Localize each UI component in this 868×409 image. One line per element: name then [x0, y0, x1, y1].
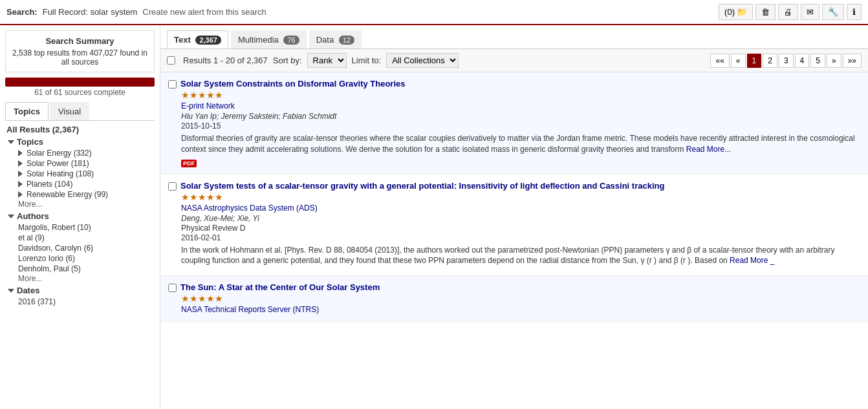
facet-dates-label: Dates — [17, 286, 39, 295]
result-header-2: Solar System tests of a scalar-tensor gr… — [168, 181, 860, 191]
facet-item-solar-power[interactable]: Solar Power (181) — [6, 158, 153, 169]
result-highlight-3: Solar System — [327, 282, 380, 292]
email-button[interactable]: ✉ — [801, 4, 819, 20]
sort-label: Sort by: — [273, 56, 302, 65]
pagination-page-5[interactable]: 5 — [810, 54, 825, 68]
result-checkbox-2[interactable] — [168, 182, 177, 191]
tab-multimedia[interactable]: Multimedia 76 — [231, 30, 307, 48]
facet-header-topics[interactable]: Topics — [6, 137, 153, 147]
result-highlight-1: Solar System — [180, 79, 233, 89]
facet-item-etal[interactable]: et al (9) — [6, 233, 153, 243]
facet-header-dates[interactable]: Dates — [6, 286, 153, 295]
pdf-icon-1[interactable]: PDF — [181, 160, 197, 167]
result-source-2[interactable]: NASA Astrophysics Data System (ADS) — [181, 204, 860, 213]
expand-icon — [18, 191, 23, 198]
sidebar: Search Summary 2,538 top results from 40… — [0, 25, 160, 409]
facet-group-topics: Topics Solar Energy (332) Solar Power (1… — [6, 137, 153, 209]
facet-item-denholm[interactable]: Denholm, Paul (5) — [6, 264, 153, 274]
topics-more-link[interactable]: More... — [6, 200, 153, 209]
folder-button[interactable]: (0) 📁 — [719, 4, 753, 20]
result-title-2: Solar System tests of a scalar-tensor gr… — [180, 181, 664, 191]
facet-item-iorio[interactable]: Lorenzo Iorio (6) — [6, 253, 153, 264]
pagination-page-3[interactable]: 3 — [779, 54, 794, 68]
print-button[interactable]: 🖨 — [778, 4, 798, 20]
result-item-2: Solar System tests of a scalar-tensor gr… — [160, 174, 868, 277]
tools-button[interactable]: 🔧 — [822, 4, 844, 20]
result-title-link-2[interactable]: Solar System tests of a scalar-tensor gr… — [180, 181, 664, 191]
create-alert-link[interactable]: Create new alert from this search — [142, 7, 266, 17]
facet-item-2016[interactable]: 2016 (371) — [6, 297, 153, 307]
results-info: Results 1 - 20 of 2,367 — [183, 56, 268, 65]
facet-item-planets[interactable]: Planets (104) — [6, 179, 153, 189]
select-all-checkbox[interactable] — [167, 56, 175, 65]
facet-item-davidson[interactable]: Davidson, Carolyn (6) — [6, 243, 153, 253]
pagination-last[interactable]: »» — [843, 54, 862, 68]
pagination-first[interactable]: «« — [710, 54, 729, 68]
tab-visual[interactable]: Visual — [50, 102, 89, 120]
result-stars-1: ★★★★★ — [181, 90, 860, 100]
data-tab-badge: 12 — [339, 36, 354, 45]
result-item-1: Solar System Constraints on Disformal Gr… — [160, 72, 868, 174]
result-title-link-1[interactable]: Solar System Constraints on Disformal Gr… — [180, 79, 406, 89]
collapse-topics-icon — [8, 140, 14, 144]
tab-text[interactable]: Text 2,367 — [167, 30, 228, 48]
delete-button[interactable]: 🗑 — [755, 4, 776, 20]
result-title-link-3[interactable]: The Sun: A Star at the Center of Our Sol… — [180, 282, 380, 292]
facet-item-solar-energy[interactable]: Solar Energy (332) — [6, 148, 153, 158]
info-button[interactable]: ℹ — [847, 4, 862, 20]
facet-group-authors: Authors Margolis, Robert (10) et al (9) … — [6, 211, 153, 283]
progress-bar-bg — [5, 78, 155, 87]
search-summary-box: Search Summary 2,538 top results from 40… — [5, 30, 155, 72]
search-summary-desc: 2,538 top results from 407,027 found in … — [11, 48, 149, 67]
pagination-page-2[interactable]: 2 — [763, 54, 777, 68]
expand-icon — [18, 181, 23, 187]
pagination-next[interactable]: » — [827, 54, 841, 68]
pagination-prev[interactable]: « — [731, 54, 746, 68]
search-summary-title: Search Summary — [11, 36, 149, 46]
read-more-link-1[interactable]: Read More... — [686, 145, 731, 154]
folder-icon: 📁 — [737, 7, 747, 17]
facet-item-margolis[interactable]: Margolis, Robert (10) — [6, 222, 153, 233]
main-layout: Search Summary 2,538 top results from 40… — [0, 25, 868, 409]
pagination-page-4[interactable]: 4 — [795, 54, 810, 68]
pagination-page-1[interactable]: 1 — [747, 54, 762, 68]
sidebar-tabs: Topics Visual — [5, 102, 155, 121]
sort-select[interactable]: Rank — [307, 53, 347, 68]
result-abstract-2: In the work of Hohmann et al. [Phys. Rev… — [181, 245, 860, 267]
toolbar: Search: Full Record: solar system Create… — [0, 0, 868, 25]
results-controls: Results 1 - 20 of 2,367 Sort by: Rank Li… — [160, 49, 868, 72]
result-checkbox-3[interactable] — [168, 284, 177, 292]
toolbar-right: (0) 📁 🗑 🖨 ✉ 🔧 ℹ — [719, 4, 862, 20]
tab-data[interactable]: Data 12 — [309, 30, 362, 48]
limit-select[interactable]: All Collections — [386, 53, 459, 68]
authors-more-link[interactable]: More... — [6, 274, 153, 283]
toolbar-left: Search: Full Record: solar system Create… — [6, 7, 266, 17]
result-title-1: Solar System Constraints on Disformal Gr… — [180, 79, 406, 89]
collapse-dates-icon — [8, 289, 14, 293]
facet-header-authors[interactable]: Authors — [6, 211, 153, 221]
result-stars-3: ★★★★★ — [181, 293, 860, 304]
result-title-suffix-1: Constraints on Disformal Gravity Theorie… — [233, 79, 405, 89]
facet-authors-label: Authors — [17, 211, 49, 221]
facet-topics-label: Topics — [17, 137, 43, 147]
pagination: «« « 1 2 3 4 5 » »» — [710, 54, 862, 68]
expand-icon — [18, 160, 23, 167]
result-checkbox-1[interactable] — [168, 80, 177, 89]
result-title-suffix-2: tests of a scalar-tensor gravity with a … — [233, 181, 664, 191]
facet-item-solar-heating[interactable]: Solar Heating (108) — [6, 169, 153, 179]
result-journal-2: Physical Review D — [181, 224, 860, 233]
result-source-3[interactable]: NASA Technical Reports Server (NTRS) — [181, 305, 860, 314]
result-source-1[interactable]: E-print Network — [181, 101, 860, 110]
expand-icon — [18, 150, 23, 156]
result-highlight-2: Solar System — [180, 181, 233, 191]
trash-icon: 🗑 — [761, 7, 770, 17]
result-header-3: The Sun: A Star at the Center of Our Sol… — [168, 282, 860, 292]
progress-container: 61 of 61 sources complete — [5, 78, 155, 97]
result-authors-1: Hiu Yan Ip; Jeremy Sakstein; Fabian Schm… — [181, 112, 860, 121]
facet-item-renewable-energy[interactable]: Renewable Energy (99) — [6, 189, 153, 200]
read-more-link-2[interactable]: Read More _ — [730, 256, 774, 265]
text-tab-badge: 2,367 — [195, 36, 221, 45]
all-results-label: All Results (2,367) — [6, 125, 153, 134]
collapse-authors-icon — [8, 215, 14, 218]
tab-topics[interactable]: Topics — [5, 102, 49, 120]
